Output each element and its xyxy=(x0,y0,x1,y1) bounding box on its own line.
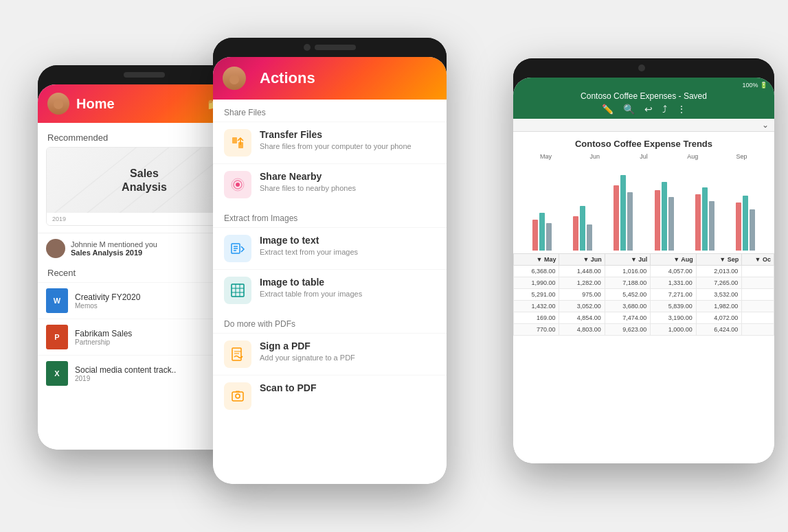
phone-camera-right xyxy=(638,65,645,71)
notif-avatar xyxy=(46,239,65,258)
bar-teal xyxy=(539,213,545,251)
scan-to-pdf-text: Scan to PDF xyxy=(260,382,316,395)
bar-gray xyxy=(627,192,633,251)
chart-title: Contoso Coffee Expense Trends xyxy=(519,139,769,149)
table-row: 169.00 4,854.00 7,474.00 3,190.00 4,072.… xyxy=(514,312,774,324)
svg-rect-24 xyxy=(236,391,240,393)
month-jun: Jun xyxy=(570,153,619,160)
action-transfer-files[interactable]: Transfer Files Share files from your com… xyxy=(213,122,447,163)
excel-toolbar: ✏️ 🔍 ↩ ⤴ ⋮ xyxy=(520,104,767,115)
svg-rect-4 xyxy=(232,137,237,143)
actions-header: Actions xyxy=(213,57,447,100)
sign-pdf-icon xyxy=(224,340,251,368)
bar-pink xyxy=(655,190,660,251)
excel-header: 100% 🔋 Contoso Coffee Expenses - Saved ✏… xyxy=(513,78,774,119)
image-to-table-icon xyxy=(224,277,251,304)
phone-middle: Actions Share Files Transfer Files Share… xyxy=(213,38,447,484)
sign-pdf-title: Sign a PDF xyxy=(260,340,355,351)
bar-pink xyxy=(573,216,578,251)
image-to-text-desc: Extract text from your images xyxy=(260,247,358,257)
bar-teal xyxy=(580,206,585,251)
month-may: May xyxy=(521,153,570,160)
table-row: 1,432.00 3,052.00 3,680.00 5,839.00 1,98… xyxy=(514,301,774,312)
notif-text: Johnnie M mentioned you Sales Analysis 2… xyxy=(71,240,215,257)
excel-doc-title: Contoso Coffee Expenses - Saved xyxy=(520,91,767,101)
bar-teal xyxy=(743,196,748,251)
transfer-icon xyxy=(224,129,251,157)
share-icon[interactable]: ⤴ xyxy=(662,104,667,115)
col-header-jul: ▼ Jul xyxy=(605,254,650,266)
bar-pink xyxy=(532,220,538,251)
section-label-extract: Extract from Images xyxy=(213,205,447,227)
share-nearby-title: Share Nearby xyxy=(260,171,356,182)
section-label-share: Share Files xyxy=(213,100,447,122)
undo-icon[interactable]: ↩ xyxy=(644,104,653,115)
bar-gray xyxy=(546,223,552,251)
table-row: 770.00 4,803.00 9,623.00 1,000.00 6,424.… xyxy=(514,324,774,336)
action-share-nearby[interactable]: Share Nearby Share files to nearby phone… xyxy=(213,163,447,205)
bar-group-aug xyxy=(655,182,674,251)
doc-title-preview: SalesAnalysis xyxy=(122,167,167,193)
actions-title: Actions xyxy=(260,69,315,87)
svg-rect-14 xyxy=(232,284,244,297)
bar-group-oct xyxy=(736,196,755,251)
image-to-text-title: Image to text xyxy=(260,235,358,246)
bar-group-sep xyxy=(695,187,714,251)
file-name: Social media content track.. xyxy=(75,365,219,375)
transfer-files-title: Transfer Files xyxy=(260,129,412,140)
notif-user: Johnnie M mentioned you xyxy=(71,240,215,248)
col-header-oct: ▼ Oc xyxy=(742,254,774,266)
file-name: Creativity FY2020 xyxy=(75,292,219,302)
excel-data-table: ▼ May ▼ Jun ▼ Jul ▼ Aug ▼ Sep ▼ Oc 6,368… xyxy=(513,253,774,336)
search-icon[interactable]: 🔍 xyxy=(623,104,635,115)
bar-gray xyxy=(709,201,714,251)
bar-pink xyxy=(613,185,619,251)
scan-to-pdf-icon xyxy=(224,382,251,410)
svg-rect-19 xyxy=(232,348,241,360)
page-title: Home xyxy=(76,96,207,112)
bar-gray xyxy=(750,209,755,251)
bar-pink xyxy=(736,203,741,251)
sign-pdf-text: Sign a PDF Add your signature to a PDF xyxy=(260,340,355,362)
avatar xyxy=(223,67,246,90)
file-name: Fabrikam Sales xyxy=(75,329,219,338)
file-info: Social media content track.. 2019 xyxy=(75,365,219,382)
svg-rect-22 xyxy=(232,392,243,401)
table-row: 5,291.00 975.00 5,452.00 7,271.00 3,532.… xyxy=(514,289,774,301)
section-label-pdf: Do more with PDFs xyxy=(213,311,447,333)
pen-icon[interactable]: ✏️ xyxy=(602,104,613,115)
action-scan-to-pdf[interactable]: Scan to PDF xyxy=(213,375,447,417)
col-header-may: ▼ May xyxy=(514,254,559,266)
excel-sheet-tabs: ⌄ xyxy=(513,119,774,132)
file-info: Creativity FY2020 Memos xyxy=(75,292,219,310)
avatar xyxy=(47,93,69,115)
transfer-files-text: Transfer Files Share files from your com… xyxy=(260,129,412,151)
sign-pdf-desc: Add your signature to a PDF xyxy=(260,353,355,362)
more-icon[interactable]: ⋮ xyxy=(677,104,686,115)
image-to-table-title: Image to table xyxy=(260,277,362,288)
month-sep: Sep xyxy=(717,153,766,160)
bar-group-jun xyxy=(573,206,592,251)
phone-speaker-left xyxy=(124,72,165,78)
file-info: Fabrikam Sales Partnership xyxy=(75,329,219,346)
battery-indicator: 100% 🔋 xyxy=(742,82,767,89)
month-aug: Aug xyxy=(668,153,717,160)
image-to-text-text: Image to text Extract text from your ima… xyxy=(260,235,358,257)
action-image-to-text[interactable]: Image to text Extract text from your ima… xyxy=(213,227,447,269)
image-to-table-text: Image to table Extract table from your i… xyxy=(260,277,362,299)
month-jul: Jul xyxy=(619,153,668,160)
share-nearby-desc: Share files to nearby phones xyxy=(260,183,356,193)
phone-camera-middle xyxy=(304,44,311,51)
image-to-table-desc: Extract table from your images xyxy=(260,289,362,299)
action-sign-pdf[interactable]: Sign a PDF Add your signature to a PDF xyxy=(213,333,447,375)
excel-content: Contoso Coffee Expense Trends May Jun Ju… xyxy=(513,132,774,463)
transfer-files-desc: Share files from your computer to your p… xyxy=(260,141,412,151)
bar-gray xyxy=(668,197,674,251)
chart-months: May Jun Jul Aug Sep xyxy=(519,153,769,160)
file-sub: 2019 xyxy=(75,375,219,382)
chart-bars xyxy=(519,161,769,251)
chevron-icon[interactable]: ⌄ xyxy=(762,120,769,130)
action-image-to-table[interactable]: Image to table Extract table from your i… xyxy=(213,269,447,311)
scan-to-pdf-title: Scan to PDF xyxy=(260,382,316,393)
actions-content: Share Files Transfer Files Share files f… xyxy=(213,100,447,484)
